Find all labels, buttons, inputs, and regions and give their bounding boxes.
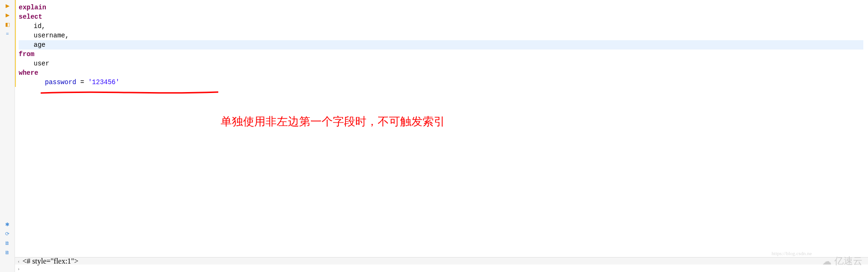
settings-icon[interactable]: ✱ <box>4 221 11 228</box>
keyword-select: select <box>19 13 42 21</box>
file-icon[interactable]: 🗎 <box>4 239 11 247</box>
refresh-icon[interactable]: ⟳ <box>4 230 11 237</box>
scroll-right-icon[interactable]: › <box>15 265 22 272</box>
watermark-url: https://blog.csdn.ne <box>772 251 812 256</box>
table-name: user <box>34 60 50 67</box>
str-literal: '123456' <box>88 79 119 86</box>
outline-icon[interactable]: ≡ <box>4 30 11 37</box>
scroll-left-icon[interactable]: ‹ <box>15 258 22 265</box>
red-note-annotation: 单独使用非左边第一个字段时，不可触发索引 <box>221 114 445 129</box>
red-underline-annotation <box>41 88 218 92</box>
col-age: age <box>34 41 45 49</box>
keyword-from: from <box>19 50 35 58</box>
eq-op: = <box>80 79 84 86</box>
explain-icon[interactable]: ◧ <box>4 21 11 28</box>
col-id: id, <box>34 22 45 30</box>
cloud-icon: ☁ <box>822 256 832 267</box>
watermark: ☁ 亿速云 <box>822 255 862 267</box>
keyword-where: where <box>19 69 38 77</box>
run-step-icon[interactable]: ▶ <box>4 11 11 19</box>
editor-gutter: ▶ ▶ ◧ ≡ ✱ ⟳ 🗎 🗎 <box>0 0 15 272</box>
app-root: ▶ ▶ ◧ ≡ ✱ ⟳ 🗎 🗎 explain select id, usern… <box>0 0 868 272</box>
run-icon[interactable]: ▶ <box>4 2 11 9</box>
where-col: password <box>45 79 76 86</box>
sql-editor[interactable]: explain select id, username, age from us… <box>15 0 868 272</box>
code-block: explain select id, username, age from us… <box>15 0 868 87</box>
col-username: username, <box>34 32 69 39</box>
editor-strip: ▶ ▶ ◧ ≡ ✱ ⟳ 🗎 🗎 explain select id, usern… <box>0 0 868 272</box>
file2-icon[interactable]: 🗎 <box>4 249 11 256</box>
keyword-explain: explain <box>19 4 46 11</box>
editor-scrollbar[interactable]: ‹ <# style="flex:1"> <box>15 257 868 265</box>
